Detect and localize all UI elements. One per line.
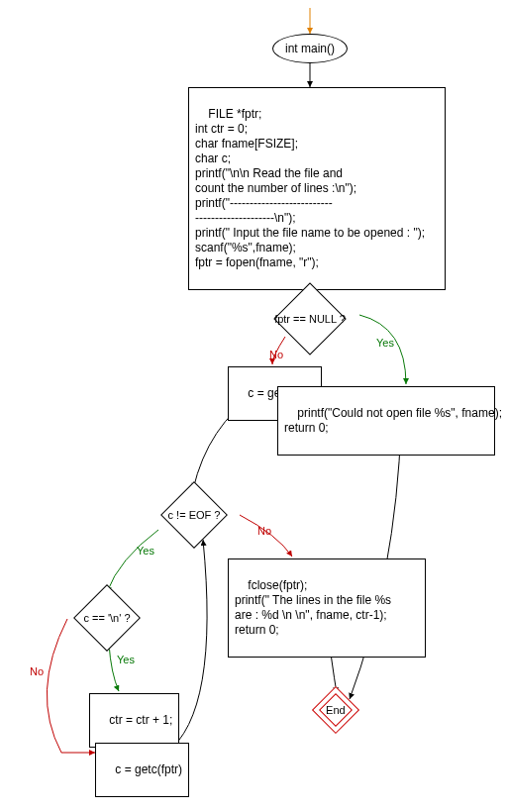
cond-newline-text: c == '\n' ? xyxy=(84,612,131,624)
stmt-getc-2-text: c = getc(fptr) xyxy=(115,762,182,776)
cond-eof-text: c != EOF ? xyxy=(168,509,221,521)
cond-fptr-null-text: fptr == NULL ? xyxy=(274,313,346,325)
edge-fptr-no: No xyxy=(269,349,283,360)
edge-eof-yes: Yes xyxy=(137,545,154,557)
flowchart-canvas: int main() FILE *fptr; int ctr = 0; char… xyxy=(0,0,507,812)
start-label: int main() xyxy=(285,42,335,55)
stmt-getc-2: c = getc(fptr) xyxy=(95,743,189,797)
close-block-text: fclose(fptr); printf(" The lines in the … xyxy=(235,578,391,637)
edge-newline-yes: Yes xyxy=(117,654,135,665)
init-block: FILE *fptr; int ctr = 0; char fname[FSIZ… xyxy=(188,87,446,290)
close-block: fclose(fptr); printf(" The lines in the … xyxy=(228,558,426,658)
init-block-text: FILE *fptr; int ctr = 0; char fname[FSIZ… xyxy=(195,107,425,269)
end-node: End xyxy=(312,686,359,734)
edge-eof-no: No xyxy=(257,525,271,537)
edge-fptr-yes: Yes xyxy=(376,337,394,349)
branch-could-not-open: printf("Could not open file %s", fname);… xyxy=(277,386,495,456)
cond-fptr-null: fptr == NULL ? xyxy=(273,282,347,355)
start-oval: int main() xyxy=(272,34,348,63)
cond-eof: c != EOF ? xyxy=(160,481,228,549)
edge-newline-no: No xyxy=(30,665,44,677)
stmt-incr: ctr = ctr + 1; xyxy=(89,693,179,748)
end-label: End xyxy=(326,704,346,716)
branch-could-not-open-text: printf("Could not open file %s", fname);… xyxy=(284,406,502,435)
stmt-incr-text: ctr = ctr + 1; xyxy=(109,713,172,727)
cond-newline: c == '\n' ? xyxy=(73,584,141,652)
